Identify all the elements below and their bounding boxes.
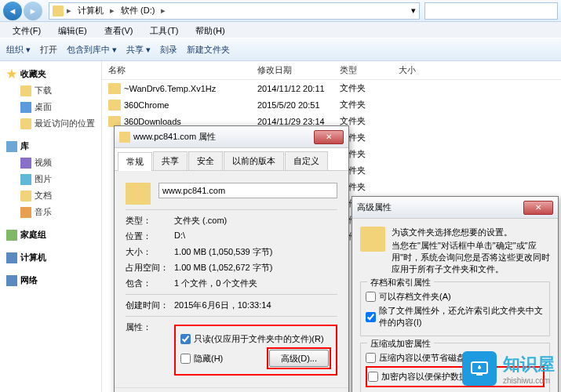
nav-forward[interactable]: ► <box>24 2 42 20</box>
tab-security[interactable]: 安全 <box>188 151 223 170</box>
drive-icon <box>53 5 64 16</box>
watermark: 知识屋zhishiwu.com <box>462 351 555 386</box>
advanced-button[interactable]: 高级(D)... <box>269 350 329 367</box>
breadcrumb-seg[interactable]: 软件 (D:) <box>118 4 158 17</box>
tree-network[interactable]: 网络 <box>6 272 95 289</box>
tree-computer[interactable]: 计算机 <box>6 249 95 266</box>
encrypt-checkbox[interactable] <box>368 372 378 382</box>
folder-icon <box>126 183 151 205</box>
menu-view[interactable]: 查看(V) <box>97 24 141 36</box>
library-icon <box>6 141 17 152</box>
document-icon <box>20 191 31 201</box>
address-bar[interactable]: ▸ 计算机 ▸ 软件 (D:) ▸ ▾ <box>49 2 420 20</box>
tab-general[interactable]: 常规 <box>118 152 152 171</box>
tab-sharing[interactable]: 共享 <box>153 151 188 170</box>
breadcrumb-seg[interactable]: 计算机 <box>75 4 107 17</box>
tb-include[interactable]: 包含到库中 ▾ <box>67 44 117 56</box>
network-icon <box>6 275 17 286</box>
tree-pictures[interactable]: 图片 <box>6 171 95 187</box>
tree-homegroup[interactable]: 家庭组 <box>6 227 95 243</box>
folder-icon <box>108 83 121 94</box>
menu-help[interactable]: 帮助(H) <box>188 24 232 36</box>
recent-icon <box>20 118 31 129</box>
tab-custom[interactable]: 自定义 <box>285 151 328 170</box>
tb-burn[interactable]: 刻录 <box>160 44 177 56</box>
tree-downloads[interactable]: 下载 <box>6 82 95 99</box>
addr-dropdown[interactable]: ▾ <box>411 5 416 16</box>
tree-favorites[interactable]: 收藏夹 <box>6 66 95 82</box>
computer-icon <box>6 252 17 263</box>
folder-icon <box>20 85 31 96</box>
menu-file[interactable]: 文件(F) <box>5 24 49 36</box>
music-icon <box>20 207 31 218</box>
tree-desktop[interactable]: 桌面 <box>6 99 95 115</box>
file-row[interactable]: 360Chrome2015/5/20 20:51文件夹 <box>102 96 561 113</box>
hidden-checkbox[interactable] <box>180 354 191 364</box>
file-row[interactable]: ~WanDrv6.Temp.Xv1Hz2014/11/12 20:11文件夹 <box>102 80 561 96</box>
tb-share[interactable]: 共享 ▾ <box>126 44 151 56</box>
compress-checkbox[interactable] <box>366 353 376 363</box>
star-icon <box>6 69 17 80</box>
tree-music[interactable]: 音乐 <box>6 204 95 220</box>
archive-checkbox[interactable] <box>366 292 376 302</box>
properties-dialog: www.pc841.com 属性 ✕ 常规 共享 安全 以前的版本 自定义 类型… <box>114 125 349 392</box>
index-checkbox[interactable] <box>366 312 376 322</box>
tb-organize[interactable]: 组织 ▾ <box>6 44 31 56</box>
tree-recent[interactable]: 最近访问的位置 <box>6 115 95 132</box>
desktop-icon <box>20 102 31 113</box>
attributes-highlight: 只读(仅应用于文件夹中的文件)(R) 隐藏(H) 高级(D)... <box>174 325 337 376</box>
readonly-checkbox[interactable] <box>180 334 191 344</box>
toolbar: 组织 ▾ 打开 包含到库中 ▾ 共享 ▾ 刻录 新建文件夹 <box>0 38 561 61</box>
tab-bar: 常规 共享 安全 以前的版本 自定义 <box>115 148 348 171</box>
menu-tools[interactable]: 工具(T) <box>142 24 186 36</box>
menubar: 文件(F) 编辑(E) 查看(V) 工具(T) 帮助(H) <box>0 22 561 38</box>
nav-tree: 收藏夹 下载 桌面 最近访问的位置 库 视频 图片 文档 音乐 家庭组 计算机 … <box>0 61 102 392</box>
column-headers[interactable]: 名称修改日期类型大小 <box>102 61 561 80</box>
picture-icon <box>20 174 31 185</box>
tree-videos[interactable]: 视频 <box>6 154 95 171</box>
homegroup-icon <box>6 230 17 241</box>
tree-documents[interactable]: 文档 <box>6 187 95 204</box>
archive-group: 存档和索引属性 可以存档文件夹(A) 除了文件属性外，还允许索引此文件夹中文件的… <box>360 281 550 336</box>
dialog-title: 高级属性 <box>357 201 392 213</box>
search-input[interactable] <box>424 2 558 20</box>
tab-previous[interactable]: 以前的版本 <box>224 151 284 170</box>
tree-libraries[interactable]: 库 <box>6 138 95 154</box>
folder-name-input[interactable] <box>158 183 337 198</box>
video-icon <box>20 158 31 169</box>
dialog-title: www.pc841.com 属性 <box>119 131 216 143</box>
folder-icon <box>119 132 130 143</box>
close-button[interactable]: ✕ <box>314 130 344 144</box>
folder-icon <box>360 227 385 252</box>
tb-newfolder[interactable]: 新建文件夹 <box>187 44 230 56</box>
watermark-icon <box>462 351 497 386</box>
menu-edit[interactable]: 编辑(E) <box>50 24 95 36</box>
tb-open[interactable]: 打开 <box>40 44 57 56</box>
close-button[interactable]: ✕ <box>523 201 553 215</box>
nav-back[interactable]: ◄ <box>3 2 22 20</box>
folder-icon <box>108 100 121 111</box>
